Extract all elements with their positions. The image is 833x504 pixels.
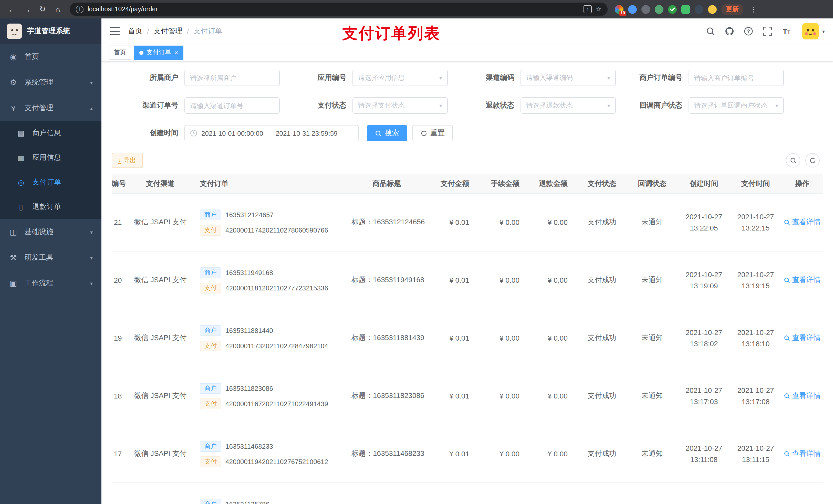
sidebar-item-pay[interactable]: ¥ 支付管理 ▴ (0, 95, 101, 121)
sidebar-item-home[interactable]: ◉ 首页 (0, 44, 101, 70)
user-menu[interactable]: ▾ (802, 23, 825, 40)
cell-fee: ¥ 0.00 (478, 425, 529, 483)
cell-create-time: 2021-10-2713:19:09 (677, 251, 731, 309)
notify-status-select[interactable]: 请选择订单回调商户状态 ▾ (689, 97, 784, 114)
reset-button[interactable]: 重置 (412, 125, 453, 141)
sidebar-item-merchant-info[interactable]: ▤ 商户信息 (0, 121, 101, 145)
col-channel: 支付渠道 (127, 174, 194, 193)
filter-channel-code: 渠道编码 请输入渠道编码 ▾ (448, 70, 616, 86)
extension-area: 10 更新 ⋮ (615, 3, 759, 15)
sidebar-item-label: 支付订单 (32, 178, 61, 187)
extension-icon-2[interactable] (628, 5, 637, 14)
view-detail-link[interactable]: 查看详情 (784, 391, 821, 401)
search-icon (784, 393, 790, 399)
search-icon[interactable] (706, 26, 716, 37)
fullscreen-icon[interactable] (762, 26, 772, 37)
refund-status-select[interactable]: 请选择退款状态 ▾ (521, 97, 616, 114)
logo-avatar (7, 24, 22, 39)
pay-tag: 支付 (200, 456, 221, 467)
avatar[interactable] (802, 23, 819, 40)
help-icon[interactable]: ? (743, 26, 754, 37)
col-refund: 退款金额 (529, 174, 577, 193)
col-amount: 支付金额 (428, 174, 478, 193)
refresh-icon (421, 130, 427, 137)
merchant-tag: 商户 (200, 441, 221, 452)
breadcrumb-pay[interactable]: 支付管理 (154, 27, 182, 36)
bookmark-star-icon[interactable]: ☆ (596, 6, 601, 13)
filter-row-2: 渠道订单号 支付状态 请选择支付状态 ▾ 退款状态 请选择退款状态 (112, 97, 823, 114)
view-detail-link[interactable]: 查看详情 (784, 449, 821, 458)
extension-icon-3[interactable] (641, 5, 650, 14)
url-text[interactable]: localhost:1024/pay/order (88, 6, 579, 13)
sidebar-item-workflow[interactable]: ▣ 工作流程 ▾ (0, 270, 101, 296)
cell-title: 标题：1635311468233 (345, 425, 428, 483)
header-actions: ? TT ▾ (706, 23, 825, 40)
chevron-down-icon: ▾ (439, 102, 442, 109)
font-size-icon[interactable]: TT (781, 26, 791, 37)
merchant-input[interactable] (185, 70, 280, 86)
cell-notify: 未通知 (627, 425, 677, 483)
sidebar-item-label: 基础设施 (25, 227, 53, 237)
extension-icon-8[interactable] (708, 5, 717, 14)
cell-create-time: 2021-10-2713:22:05 (677, 193, 731, 251)
sidebar-item-app-info[interactable]: ▦ 应用信息 (0, 145, 101, 170)
extension-icon-7[interactable] (695, 5, 704, 14)
cell-pay-time: 2021-10-2713:19:15 (731, 251, 781, 309)
page-content: 所属商户 应用编号 请选择应用信息 ▾ 渠道编码 请输入渠道编码 (101, 62, 833, 504)
browser-update-button[interactable]: 更新 (721, 3, 743, 15)
cell-fee: ¥ 0.00 (478, 193, 529, 251)
sidebar-item-label: 应用信息 (32, 153, 61, 162)
view-detail-link[interactable]: 查看详情 (784, 218, 821, 227)
extension-icon-6[interactable] (681, 5, 690, 14)
sidebar-item-system[interactable]: ⚙ 系统管理 ▾ (0, 70, 101, 95)
field-label: 渠道订单号 (112, 101, 185, 110)
extension-icon-5[interactable] (668, 5, 677, 14)
tab-pay-order[interactable]: 支付订单 × (134, 45, 183, 60)
export-button[interactable]: ↓ 导出 (112, 153, 143, 168)
search-button[interactable]: 搜索 (367, 125, 407, 141)
merchant-order-no-input[interactable] (689, 70, 784, 86)
channel-code-select[interactable]: 请输入渠道编码 ▾ (521, 70, 616, 86)
cell-id: 16 (112, 483, 127, 504)
breadcrumb-home[interactable]: 首页 (128, 27, 142, 36)
hamburger-icon[interactable] (110, 27, 120, 35)
extension-icon-1[interactable]: 10 (615, 5, 623, 14)
cell-pay-time: 2021-10-2713:17:08 (731, 367, 781, 425)
gear-icon: ⚙ (9, 78, 18, 87)
sidebar-item-devtools[interactable]: ⚒ 研发工具 ▾ (0, 245, 101, 270)
col-pay-order: 支付订单 (194, 174, 345, 193)
date-range-picker[interactable]: 2021-10-01 00:00:00 - 2021-10-31 23:59:5… (185, 125, 359, 141)
sidebar-item-infra[interactable]: ◫ 基础设施 ▾ (0, 219, 101, 245)
tab-home[interactable]: 首页 (109, 45, 131, 60)
filter-notify-status: 回调商户状态 请选择订单回调商户状态 ▾ (616, 97, 784, 114)
home-icon[interactable]: ⌂ (51, 3, 65, 16)
sidebar-item-pay-order[interactable]: ◎ 支付订单 (0, 170, 101, 195)
site-info-icon[interactable]: i (76, 5, 84, 13)
date-start[interactable]: 2021-10-01 00:00:00 (201, 129, 263, 137)
refresh-button[interactable] (805, 153, 820, 167)
cell-channel: 微信 JSAPI 支付 (127, 193, 194, 251)
date-end[interactable]: 2021-10-31 23:59:59 (276, 129, 337, 137)
pay-status-select[interactable]: 请选择支付状态 ▾ (353, 97, 448, 114)
view-detail-link[interactable]: 查看详情 (784, 333, 821, 343)
github-icon[interactable] (724, 26, 735, 37)
breadcrumb-current: 支付订单 (194, 27, 222, 36)
reload-icon[interactable]: ↻ (36, 3, 49, 16)
forward-icon[interactable]: → (21, 3, 34, 16)
channel-order-no-input[interactable] (185, 97, 280, 114)
app-id-select[interactable]: 请选择应用信息 ▾ (353, 70, 448, 86)
cell-title (345, 483, 428, 504)
cell-pay-order: 商户 163531135786 支付 (194, 483, 345, 504)
share-icon[interactable]: ↑ (584, 5, 592, 13)
close-icon[interactable]: × (174, 49, 178, 56)
toggle-search-button[interactable] (786, 153, 800, 167)
cell-create-time: 2021-10-2713:18:02 (677, 309, 731, 367)
search-icon (784, 219, 790, 225)
extension-icon-4[interactable] (655, 5, 663, 14)
browser-menu-icon[interactable]: ⋮ (748, 5, 759, 13)
chevron-down-icon: ▾ (90, 229, 93, 235)
url-bar[interactable]: i localhost:1024/pay/order ↑ ☆ (70, 3, 608, 16)
back-icon[interactable]: ← (5, 3, 19, 16)
view-detail-link[interactable]: 查看详情 (784, 275, 821, 285)
sidebar-item-refund-order[interactable]: ▯ 退款订单 (0, 195, 101, 219)
